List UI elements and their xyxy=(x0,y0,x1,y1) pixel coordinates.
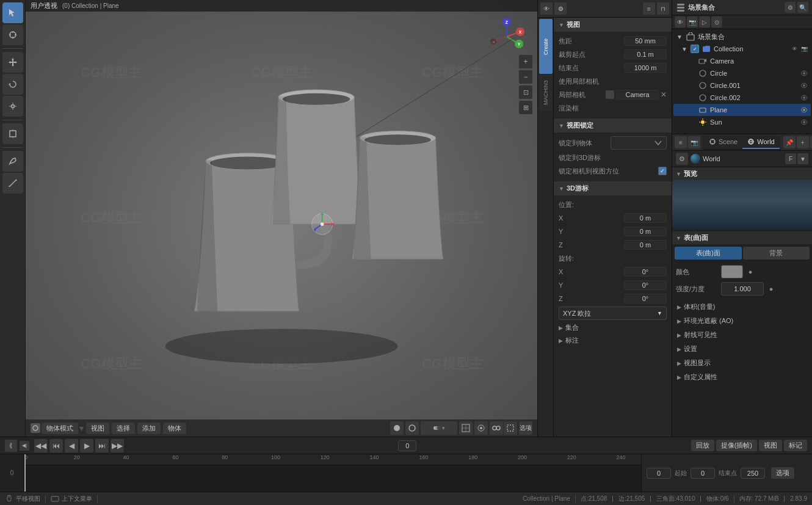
end-frame-input[interactable]: 250 xyxy=(741,468,765,479)
perspective-button[interactable]: ⊞ xyxy=(519,101,532,114)
select-menu-button[interactable]: 选择 xyxy=(112,423,135,434)
view-icon-button[interactable]: 👁 xyxy=(540,2,553,15)
start-frame-input[interactable]: 0 xyxy=(691,468,715,479)
machin3-tab[interactable]: MACHIN3 xyxy=(539,74,553,111)
cursor-section-header[interactable]: ▼ 3D游标 xyxy=(554,181,672,195)
focal-length-value[interactable]: 50 mm xyxy=(624,36,667,46)
timeline-options-button[interactable]: 选项 xyxy=(771,467,794,479)
viewport-displays-button[interactable]: ▾ xyxy=(421,421,457,435)
view-section-header[interactable]: ▼ 视图 xyxy=(554,18,672,32)
view-menu-button[interactable]: 视图 xyxy=(86,423,109,434)
collection-header[interactable]: ▶ 集合 xyxy=(556,321,669,334)
settings-header[interactable]: ▶ 设置 xyxy=(672,342,812,356)
y-value[interactable]: 0 m xyxy=(624,227,667,236)
panel-options-button[interactable]: ⚙ xyxy=(554,2,567,15)
euler-dropdown[interactable]: XYZ 欧拉 ▼ xyxy=(559,307,667,320)
mist-header[interactable]: ▶ 射线可见性 xyxy=(672,328,812,342)
playback-button[interactable]: 回放 xyxy=(691,440,714,451)
cursor-tool-button[interactable] xyxy=(2,24,23,45)
panel-header-toggle[interactable]: ⊓ xyxy=(657,2,669,15)
sw-icon-1[interactable]: ≡ xyxy=(675,136,687,148)
select-tool-button[interactable] xyxy=(2,2,23,23)
add-menu-button[interactable]: 添加 xyxy=(137,423,161,434)
measure-tool-button[interactable] xyxy=(2,173,23,194)
outliner-filter-button[interactable]: ⚙ xyxy=(785,2,796,13)
outliner-item-collection[interactable]: ▼ Collection 👁 📷 xyxy=(673,43,811,55)
move-tool-button[interactable] xyxy=(2,52,23,73)
surface-section-header[interactable]: ▼ 表(曲)面 xyxy=(672,231,812,244)
timeline-track[interactable]: 0 20 40 60 80 100 120 140 160 180 200 22… xyxy=(24,454,641,492)
annotation-button[interactable]: 标记 xyxy=(784,440,807,451)
interpolation-button[interactable]: 捉像(插帧) xyxy=(716,440,757,451)
play-back-frame-button[interactable]: ◀ xyxy=(65,439,78,452)
scale-tool-button[interactable] xyxy=(2,96,23,117)
x-value[interactable]: 0 m xyxy=(624,213,667,223)
seek-frame-input[interactable]: 0 xyxy=(647,468,671,479)
outliner-item-circle002[interactable]: ▶ Circle.002 xyxy=(673,92,811,104)
play-back-button[interactable]: ◀◀ xyxy=(34,439,48,452)
object-mode-button[interactable]: 物体模式 xyxy=(42,423,78,434)
outliner-item-camera[interactable]: ▶ Camera xyxy=(673,55,811,67)
clip-start-value[interactable]: 0.1 m xyxy=(624,49,667,59)
outliner-item-circle001[interactable]: ▶ Circle.001 xyxy=(673,79,811,92)
options-button[interactable]: 选项 xyxy=(519,421,532,435)
local-camera-value[interactable]: Camera xyxy=(616,90,659,100)
outliner-search-button[interactable]: 🔍 xyxy=(797,2,808,13)
panel-layout-button[interactable]: ≡ xyxy=(643,2,655,15)
rz-value[interactable]: 0° xyxy=(624,294,667,303)
annotate-tool-button[interactable] xyxy=(2,151,23,172)
play-forward-button[interactable]: ▶ xyxy=(80,439,93,452)
xray-button[interactable] xyxy=(504,421,517,435)
outliner-hide-toggle[interactable]: ⊙ xyxy=(711,16,722,27)
zoom-out-button[interactable]: − xyxy=(519,70,532,84)
rotate-tool-button[interactable] xyxy=(2,74,23,95)
collection-visibility-box[interactable] xyxy=(691,45,699,53)
viewport-display-header[interactable]: ▶ 视图显示 xyxy=(672,356,812,370)
view-timeline-button[interactable]: 视图 xyxy=(759,440,782,451)
ry-value[interactable]: 0° xyxy=(624,280,667,290)
overlay-button[interactable] xyxy=(490,421,503,435)
annotation-header[interactable]: ▶ 标注 xyxy=(556,334,669,347)
world-new-button[interactable]: + xyxy=(797,136,809,148)
outliner-item-sun[interactable]: ▶ Sun xyxy=(673,116,811,128)
snap-button[interactable] xyxy=(459,421,473,435)
proportional-edit-button[interactable] xyxy=(474,421,488,435)
clip-end-value[interactable]: 1000 m xyxy=(624,63,667,73)
lock-to-object-field[interactable] xyxy=(611,136,667,150)
outliner-item-plane[interactable]: ▶ Plane xyxy=(673,104,811,116)
current-frame-display[interactable]: 0 xyxy=(398,440,416,451)
surface-tab[interactable]: 表(曲)面 xyxy=(675,247,742,260)
ao-header[interactable]: ▶ 环境光遮蔽 (AO) xyxy=(672,314,812,328)
lock-camera-checkbox[interactable] xyxy=(658,167,667,175)
frame-prev-button[interactable]: ⟪ xyxy=(5,440,17,452)
outliner-vis-toggle[interactable]: 👁 xyxy=(675,16,686,27)
play-forward-end-button[interactable]: ▶▶ xyxy=(111,439,124,452)
view-lock-header[interactable]: ▼ 视图锁定 xyxy=(554,118,672,133)
background-tab[interactable]: 背景 xyxy=(743,247,810,260)
outliner-select-toggle[interactable]: ▷ xyxy=(699,16,710,27)
z-value[interactable]: 0 m xyxy=(624,240,667,250)
viewport[interactable]: 用户透视 (0) Collection | Plane X Y xyxy=(26,0,537,437)
color-picker[interactable] xyxy=(721,265,743,278)
jump-back-button[interactable]: ⏮ xyxy=(49,439,63,452)
scene-tab[interactable]: Scene xyxy=(704,136,742,149)
volume-header[interactable]: ▶ 体积(音量) xyxy=(672,300,812,314)
zoom-extent-button[interactable]: ⊡ xyxy=(519,85,532,99)
preview-section-header[interactable]: ▼ 预览 xyxy=(672,167,812,180)
world-browse[interactable]: ▼ xyxy=(797,153,808,164)
viewport-shading-button[interactable] xyxy=(390,421,404,435)
rx-value[interactable]: 0° xyxy=(624,267,667,277)
transform-tool-button[interactable] xyxy=(2,123,23,144)
world-pin-button[interactable]: 📌 xyxy=(783,136,796,148)
local-camera-clear-button[interactable]: ✕ xyxy=(661,90,667,99)
jump-forward-button[interactable]: ⏭ xyxy=(95,439,109,452)
world-fake-user[interactable]: F xyxy=(785,153,796,164)
outliner-item-scene-collection[interactable]: ▼ 场景集合 xyxy=(673,31,811,43)
keyframe-prev-button[interactable]: ◀| xyxy=(20,441,29,451)
custom-props-header[interactable]: ▶ 自定义属性 xyxy=(672,370,812,384)
outliner-item-circle[interactable]: ▶ Circle xyxy=(673,67,811,79)
create-tab[interactable]: Create xyxy=(539,19,553,74)
object-menu-button[interactable]: 物体 xyxy=(163,423,186,434)
outliner-render-toggle[interactable]: 📷 xyxy=(687,16,698,27)
world-tab[interactable]: World xyxy=(742,136,780,149)
